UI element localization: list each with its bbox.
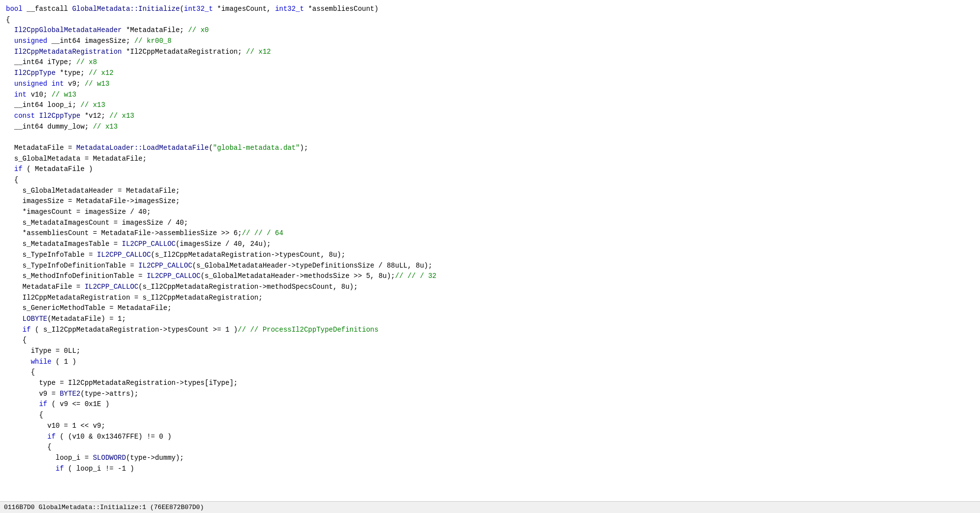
- code-line: __int64 loop_i; // x13: [6, 100, 974, 111]
- code-line: s_MetadataImagesTable = IL2CPP_CALLOC(im…: [6, 239, 974, 250]
- code-line: const Il2CppType *v12; // x13: [6, 111, 974, 122]
- status-function: GlobalMetadata::Initialize:1 (76EE872B07…: [38, 504, 203, 511]
- code-line: __int64 dummy_low; // x13: [6, 122, 974, 133]
- code-line: s_TypeInfoTable = IL2CPP_CALLOC(s_Il2Cpp…: [6, 250, 974, 261]
- code-line: *imagesCount = imagesSize / 40;: [6, 207, 974, 218]
- code-line: type = Il2CppMetadataRegistration->types…: [6, 378, 974, 389]
- code-line: {: [6, 175, 974, 186]
- code-line: MetadataFile = IL2CPP_CALLOC(s_Il2CppMet…: [6, 282, 974, 293]
- code-line: {: [6, 15, 974, 26]
- code-line: if ( loop_i != -1 ): [6, 464, 974, 475]
- code-line: Il2CppType *type; // x12: [6, 68, 974, 79]
- code-line: if ( MetadataFile ): [6, 164, 974, 175]
- code-line: v9 = BYTE2(type->attrs);: [6, 389, 974, 400]
- code-line: bool __fastcall GlobalMetadata::Initiali…: [6, 4, 974, 15]
- status-bar: 0116B7D0 GlobalMetadata::Initialize:1 (7…: [0, 501, 980, 513]
- code-line: {: [6, 367, 974, 378]
- app-window: bool __fastcall GlobalMetadata::Initiali…: [0, 0, 980, 513]
- code-line: unsigned int v9; // w13: [6, 79, 974, 90]
- code-line: iType = 0LL;: [6, 346, 974, 357]
- code-area[interactable]: bool __fastcall GlobalMetadata::Initiali…: [0, 0, 980, 501]
- code-line: s_TypeInfoDefinitionTable = IL2CPP_CALLO…: [6, 261, 974, 272]
- status-separator: [34, 504, 38, 511]
- code-line: loop_i = SLODWORD(type->dummy);: [6, 453, 974, 464]
- code-line: if ( (v10 & 0x13467FFE) != 0 ): [6, 432, 974, 443]
- code-line: s_MetadataImagesCount = imagesSize / 40;: [6, 218, 974, 229]
- code-line: if ( s_Il2CppMetadataRegistration->types…: [6, 325, 974, 336]
- code-line: [6, 132, 974, 143]
- code-line: {: [6, 410, 974, 421]
- code-line: {: [6, 335, 974, 346]
- code-line: s_GlobalMetadataHeader = MetadataFile;: [6, 186, 974, 197]
- code-line: Il2CppGlobalMetadataHeader *MetadataFile…: [6, 25, 974, 36]
- code-line: MetadataFile = MetadataLoader::LoadMetad…: [6, 143, 974, 154]
- code-line: Il2CppMetadataRegistration = s_Il2CppMet…: [6, 293, 974, 304]
- code-line: __int64 iType; // x8: [6, 57, 974, 68]
- code-line: s_MethodInfoDefinitionTable = IL2CPP_CAL…: [6, 271, 974, 282]
- code-line: *assembliesCount = MetadataFile->assembl…: [6, 228, 974, 239]
- code-line: imagesSize = MetadataFile->imagesSize;: [6, 196, 974, 207]
- code-line: while ( 1 ): [6, 357, 974, 368]
- code-line: unsigned __int64 imagesSize; // kr00_8: [6, 36, 974, 47]
- code-line: LOBYTE(MetadataFile) = 1;: [6, 314, 974, 325]
- code-line: Il2CppMetadataRegistration *Il2CppMetada…: [6, 47, 974, 58]
- code-line: if ( v9 <= 0x1E ): [6, 399, 974, 410]
- code-line: v10 = 1 << v9;: [6, 421, 974, 432]
- status-address: 0116B7D0: [4, 504, 34, 511]
- code-line: s_GlobalMetadata = MetadataFile;: [6, 154, 974, 165]
- code-line: {: [6, 442, 974, 453]
- code-line: s_GenericMethodTable = MetadataFile;: [6, 303, 974, 314]
- code-line: int v10; // w13: [6, 90, 974, 101]
